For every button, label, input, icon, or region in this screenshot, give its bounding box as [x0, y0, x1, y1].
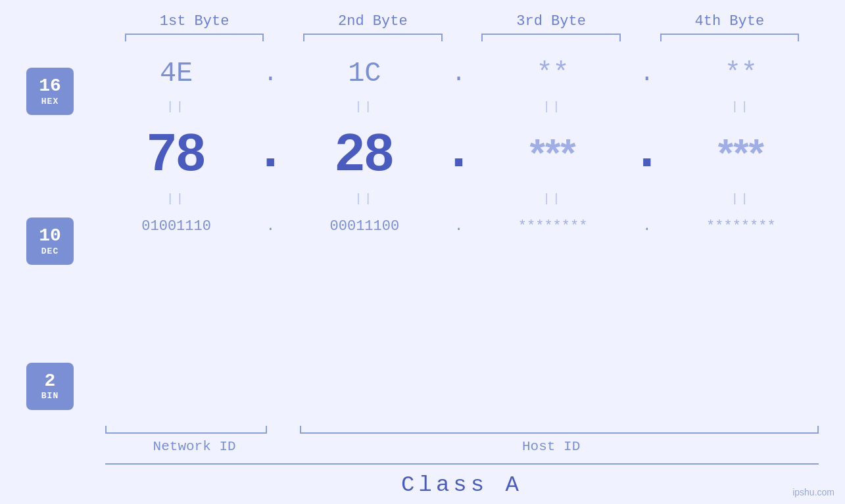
dec-badge: 10 DEC — [26, 218, 74, 265]
dec-row: 78 . 28 . *** . *** — [99, 116, 819, 189]
dec-val-3: *** — [530, 130, 576, 175]
host-id-label: Host ID — [283, 439, 819, 454]
class-label: Class A — [105, 472, 819, 497]
top-bracket-1 — [125, 34, 264, 41]
hex-badge: 16 HEX — [26, 68, 74, 115]
watermark: ipshu.com — [792, 487, 834, 497]
bin-val-3: ******** — [518, 218, 588, 235]
top-bracket-3 — [481, 34, 621, 41]
byte3-header: 3rd Byte — [462, 13, 640, 30]
class-section: Class A — [26, 463, 819, 497]
sep-row-2: || || || || — [99, 189, 819, 208]
byte1-header: 1st Byte — [105, 13, 283, 30]
dec-val-2: 28 — [335, 122, 394, 183]
dec-val-4: *** — [718, 130, 764, 175]
class-divider — [105, 463, 819, 465]
main-container: 1st Byte 2nd Byte 3rd Byte 4th Byte 16 H… — [0, 0, 845, 504]
network-bracket — [105, 426, 267, 434]
bin-val-1: 01001110 — [141, 218, 211, 235]
bin-val-4: ******** — [706, 218, 776, 235]
hex-val-3: ** — [536, 58, 569, 89]
hex-row: 4E . 1C . ** . ** — [99, 51, 819, 97]
byte4-header: 4th Byte — [640, 13, 819, 30]
bin-row: 01001110 . 00011100 . ******** . *******… — [99, 208, 819, 244]
bin-val-2: 00011100 — [330, 218, 400, 235]
hex-val-4: ** — [725, 58, 758, 89]
host-bracket — [300, 426, 819, 434]
dec-val-1: 78 — [147, 122, 206, 183]
badge-column: 16 HEX 10 DEC 2 BIN — [26, 51, 99, 422]
hex-val-1: 4E — [160, 58, 193, 89]
top-bracket-4 — [660, 34, 800, 41]
sep-row-1: || || || || — [99, 97, 819, 116]
byte2-header: 2nd Byte — [283, 13, 462, 30]
top-bracket-2 — [303, 34, 443, 41]
network-id-label: Network ID — [105, 439, 283, 454]
hex-val-2: 1C — [348, 58, 381, 89]
bin-badge: 2 BIN — [26, 363, 74, 410]
